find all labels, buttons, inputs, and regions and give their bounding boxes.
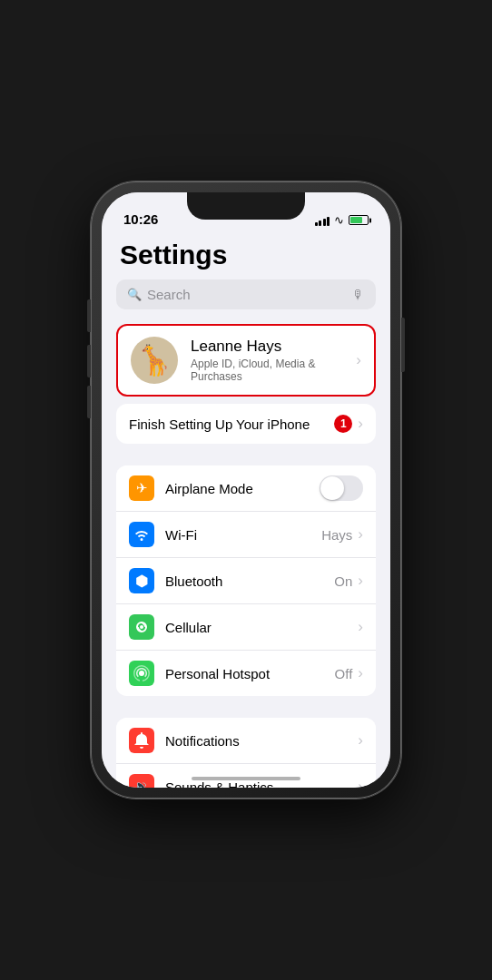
wifi-status-icon: ∿: [334, 213, 344, 227]
toggle-knob: [320, 476, 344, 500]
battery-icon: [349, 215, 369, 225]
notch: [187, 192, 305, 220]
bluetooth-chevron-icon: ›: [358, 572, 363, 590]
wifi-value: Hays: [321, 527, 352, 543]
wifi-chevron-icon: ›: [358, 525, 363, 544]
personal-hotspot-value: Off: [335, 666, 353, 681]
airplane-mode-toggle[interactable]: [320, 475, 363, 501]
airplane-mode-row[interactable]: ✈ Airplane Mode: [116, 466, 376, 512]
status-icons: ∿: [315, 213, 369, 227]
cellular-chevron-icon: ›: [358, 618, 363, 636]
bluetooth-row[interactable]: ⬢ Bluetooth On ›: [116, 558, 376, 604]
personal-hotspot-icon: [129, 661, 154, 686]
phone-screen: 10:26 ∿ Settings 🔍 Search: [102, 192, 390, 788]
sounds-haptics-icon: 🔉: [129, 774, 154, 788]
finish-setup-chevron-icon: ›: [358, 415, 363, 433]
settings-scroll[interactable]: Settings 🔍 Search 🎙 🦒 Leanne Hays Apple …: [102, 232, 390, 788]
cellular-label: Cellular: [165, 620, 358, 635]
personal-hotspot-label: Personal Hotspot: [165, 666, 335, 681]
bluetooth-value: On: [334, 573, 352, 589]
microphone-icon[interactable]: 🎙: [352, 288, 365, 302]
sounds-haptics-chevron-icon: ›: [358, 778, 363, 788]
profile-subtitle: Apple ID, iCloud, Media & Purchases: [191, 358, 356, 383]
status-bar: 10:26 ∿: [102, 192, 390, 232]
sounds-haptics-row[interactable]: 🔉 Sounds & Haptics ›: [116, 764, 376, 788]
profile-row[interactable]: 🦒 Leanne Hays Apple ID, iCloud, Media & …: [116, 324, 376, 397]
finish-setup-row[interactable]: Finish Setting Up Your iPhone 1 ›: [116, 404, 376, 444]
bluetooth-label: Bluetooth: [165, 573, 334, 589]
separator-2: [102, 703, 390, 718]
phone-device: 10:26 ∿ Settings 🔍 Search: [91, 181, 401, 799]
search-bar[interactable]: 🔍 Search 🎙: [116, 279, 376, 309]
notifications-icon: [129, 728, 154, 753]
wifi-row[interactable]: Wi-Fi Hays ›: [116, 512, 376, 558]
avatar: 🦒: [131, 337, 178, 384]
home-indicator: [192, 777, 300, 780]
bluetooth-icon: ⬢: [129, 568, 154, 593]
svg-point-1: [140, 625, 143, 629]
wifi-label: Wi-Fi: [165, 527, 321, 543]
cellular-row[interactable]: Cellular ›: [116, 604, 376, 651]
page-title: Settings: [102, 232, 390, 279]
signal-icon: [315, 215, 330, 226]
cellular-icon: [129, 614, 154, 640]
profile-name: Leanne Hays: [191, 338, 356, 356]
finish-setup-section: Finish Setting Up Your iPhone 1 ›: [116, 404, 376, 444]
finish-setup-badge: 1: [334, 415, 352, 433]
notifications-chevron-icon: ›: [358, 731, 363, 750]
separator-1: [102, 451, 390, 466]
airplane-mode-label: Airplane Mode: [165, 481, 320, 496]
network-section: ✈ Airplane Mode Wi-Fi Hays ›: [116, 466, 376, 696]
personal-hotspot-row[interactable]: Personal Hotspot Off ›: [116, 651, 376, 696]
svg-point-2: [139, 671, 144, 676]
personal-hotspot-chevron-icon: ›: [358, 664, 363, 682]
search-placeholder: Search: [147, 287, 347, 302]
notifications-row[interactable]: Notifications ›: [116, 718, 376, 764]
profile-chevron-icon: ›: [356, 351, 361, 369]
status-time: 10:26: [123, 211, 158, 227]
airplane-mode-icon: ✈: [129, 475, 154, 501]
search-icon: 🔍: [127, 288, 142, 301]
wifi-icon: [129, 522, 154, 547]
finish-setup-label: Finish Setting Up Your iPhone: [129, 416, 334, 432]
notifications-label: Notifications: [165, 733, 358, 749]
